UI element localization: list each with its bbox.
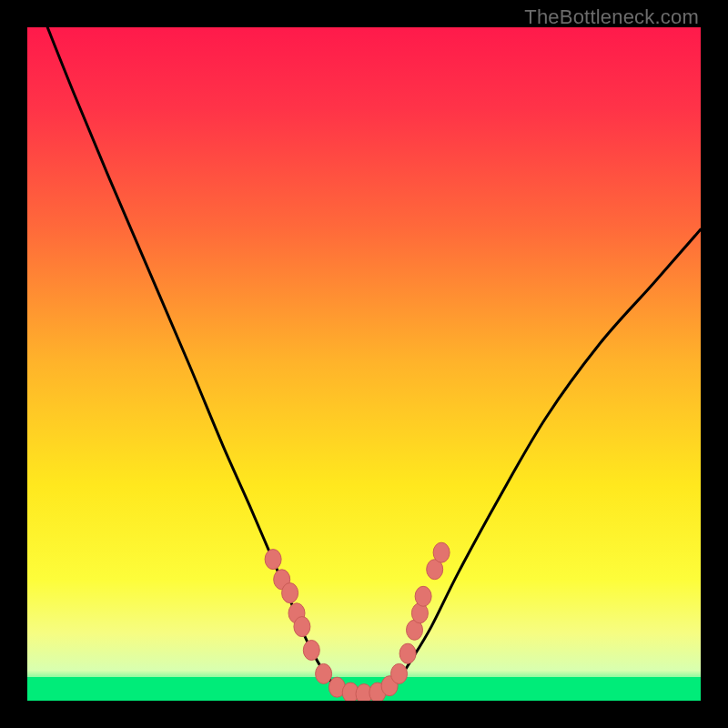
benchmark-point [316, 663, 332, 683]
plot-area [27, 27, 701, 701]
watermark-text: TheBottleneck.com [524, 5, 699, 29]
chart-frame: TheBottleneck.com [0, 0, 728, 728]
chart-svg [27, 27, 701, 701]
benchmark-point [415, 586, 431, 606]
benchmark-point [265, 550, 281, 570]
benchmark-point [294, 617, 310, 637]
benchmark-point [303, 641, 319, 661]
marker-group [265, 542, 450, 701]
benchmark-point [391, 663, 408, 683]
benchmark-point [433, 542, 450, 562]
benchmark-point [282, 583, 298, 603]
benchmark-point [399, 643, 416, 663]
bottleneck-curve [47, 27, 701, 694]
